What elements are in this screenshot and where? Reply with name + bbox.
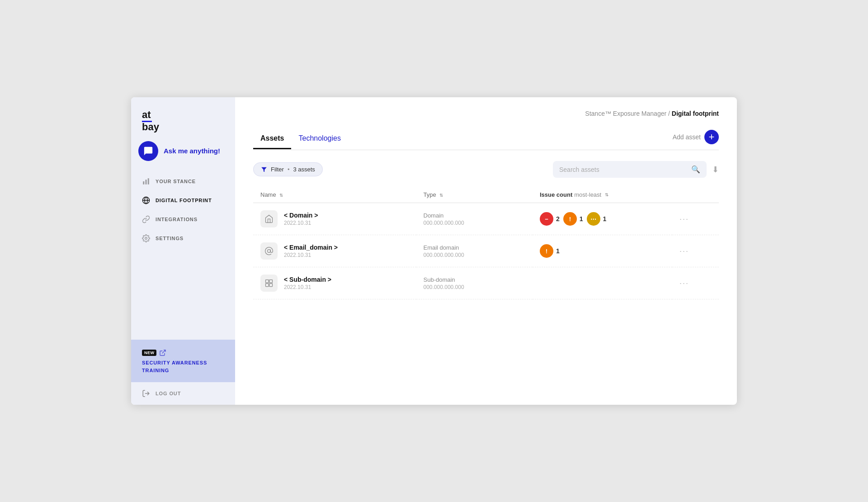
- domain-ip: 000.000.000.000: [424, 220, 526, 226]
- domain-more-button[interactable]: ···: [679, 214, 689, 223]
- svg-rect-0: [143, 181, 144, 185]
- subdomain-more-button[interactable]: ···: [679, 279, 689, 288]
- breadcrumb-current: Digital footprint: [672, 110, 719, 117]
- security-badge-row: NEW: [142, 349, 166, 356]
- subdomain-svg-icon: [264, 279, 274, 288]
- download-button[interactable]: ⬇: [712, 165, 719, 175]
- tabs-row: Assets Technologies Add asset +: [253, 130, 719, 150]
- svg-rect-11: [266, 284, 269, 287]
- issue-sort-icon[interactable]: ⇅: [605, 192, 609, 197]
- email-name: < Email_domain >: [284, 244, 338, 251]
- issue-red-count: 2: [556, 215, 560, 223]
- bar-chart-icon: [142, 177, 150, 185]
- sidebar-label-your-stance: YOUR STANCE: [156, 179, 196, 184]
- ask-me-label: Ask me anything!: [164, 147, 220, 156]
- issue-yellow-badge: ⋯: [587, 212, 600, 226]
- email-issue-count: 1: [556, 247, 560, 255]
- svg-point-9: [268, 250, 271, 253]
- globe-icon: [142, 196, 150, 204]
- svg-line-7: [162, 350, 165, 353]
- issue-orange-count: 1: [580, 215, 583, 223]
- subdomain-actions-cell: ···: [672, 267, 719, 299]
- email-more-button[interactable]: ···: [679, 246, 689, 256]
- col-header-type: Type ⇅: [416, 187, 533, 203]
- settings-icon: [142, 234, 150, 242]
- email-issues-cell: ! 1: [533, 235, 672, 267]
- svg-rect-10: [266, 280, 269, 283]
- subdomain-type: Sub-domain: [424, 276, 526, 283]
- subdomain-date: 2022.10.31: [284, 284, 331, 290]
- chat-icon: [143, 146, 153, 156]
- logout-button[interactable]: LOG OUT: [131, 382, 235, 405]
- subdomain-issues-cell: [533, 267, 672, 299]
- issue-orange-group: ! 1: [563, 212, 583, 226]
- table-row[interactable]: < Domain > 2022.10.31 Domain 000.000.000…: [253, 203, 719, 235]
- add-asset-button[interactable]: Add asset +: [673, 130, 719, 150]
- subdomain-name: < Sub-domain >: [284, 276, 331, 283]
- filter-search-row: Filter • 3 assets 🔍 ⬇: [253, 161, 719, 178]
- security-title: SECURITY AWARENESS TRAINING: [142, 359, 224, 374]
- logo: at bay: [131, 97, 235, 141]
- logout-icon: [142, 389, 150, 398]
- search-input[interactable]: [559, 166, 688, 173]
- svg-rect-12: [269, 280, 273, 283]
- sidebar-item-settings[interactable]: SETTINGS: [131, 229, 235, 248]
- tab-assets[interactable]: Assets: [253, 131, 291, 149]
- svg-point-6: [145, 237, 147, 240]
- sidebar-nav: YOUR STANCE DIGITAL FOOTPRINT INTEGRATIO…: [131, 172, 235, 405]
- add-asset-icon: +: [704, 130, 719, 144]
- filter-button[interactable]: Filter • 3 assets: [253, 162, 323, 176]
- email-date: 2022.10.31: [284, 252, 338, 258]
- logo-bay: bay: [142, 121, 159, 133]
- domain-name: < Domain >: [284, 212, 318, 219]
- email-badge-orange: !: [540, 244, 553, 258]
- tab-technologies[interactable]: Technologies: [291, 131, 348, 149]
- main-content: Stance™ Exposure Manager / Digital footp…: [235, 97, 737, 405]
- sidebar-item-your-stance[interactable]: YOUR STANCE: [131, 172, 235, 191]
- type-sort-icon[interactable]: ⇅: [439, 193, 443, 198]
- security-block[interactable]: NEW SECURITY AWARENESS TRAINING: [131, 340, 235, 382]
- svg-rect-13: [269, 284, 273, 287]
- sidebar-label-settings: SETTINGS: [156, 236, 184, 241]
- filter-icon: [261, 166, 267, 173]
- domain-icon: [260, 210, 278, 227]
- name-sort-icon[interactable]: ⇅: [279, 193, 283, 198]
- breadcrumb: Stance™ Exposure Manager / Digital footp…: [253, 110, 719, 117]
- search-icon: 🔍: [691, 165, 700, 174]
- table-row[interactable]: < Sub-domain > 2022.10.31 Sub-domain 000…: [253, 267, 719, 299]
- issue-red-badge: −: [540, 212, 553, 226]
- external-link-icon: [159, 349, 166, 356]
- search-box[interactable]: 🔍: [553, 161, 707, 178]
- issue-yellow-group: ⋯ 1: [587, 212, 607, 226]
- issue-yellow-count: 1: [603, 215, 607, 223]
- ask-me-block[interactable]: Ask me anything!: [138, 141, 228, 161]
- breadcrumb-prefix: Stance™ Exposure Manager: [585, 110, 666, 117]
- subdomain-type-cell: Sub-domain 000.000.000.000: [416, 267, 533, 299]
- email-type-cell: Email domain 000.000.000.000: [416, 235, 533, 267]
- assets-table: Name ⇅ Type ⇅ Issue count most-least ⇅: [253, 187, 719, 299]
- domain-actions-cell: ···: [672, 203, 719, 235]
- subdomain-icon: [260, 275, 278, 292]
- app-window: at bay Ask me anything! YOUR S: [131, 97, 737, 405]
- domain-issues-cell: − 2 ! 1 ⋯ 1: [533, 203, 672, 235]
- domain-type-cell: Domain 000.000.000.000: [416, 203, 533, 235]
- asset-name-cell-domain: < Domain > 2022.10.31: [253, 203, 416, 235]
- email-icon: [260, 242, 278, 260]
- filter-dot: •: [288, 166, 290, 173]
- table-row[interactable]: < Email_domain > 2022.10.31 Email domain…: [253, 235, 719, 267]
- filter-label: Filter: [271, 166, 284, 173]
- logout-label: LOG OUT: [156, 391, 181, 396]
- email-issue-orange: ! 1: [540, 244, 560, 258]
- domain-type: Domain: [424, 212, 526, 219]
- domain-date: 2022.10.31: [284, 220, 318, 226]
- filter-count: 3 assets: [293, 166, 315, 173]
- sidebar-item-integrations[interactable]: INTEGRATIONS: [131, 210, 235, 229]
- new-badge: NEW: [142, 350, 156, 356]
- issue-orange-badge: !: [563, 212, 577, 226]
- issue-red-group: − 2: [540, 212, 560, 226]
- right-controls: 🔍 ⬇: [553, 161, 719, 178]
- add-asset-label: Add asset: [673, 133, 701, 141]
- subdomain-name-cell: < Sub-domain > 2022.10.31: [253, 267, 416, 299]
- sidebar-item-digital-footprint[interactable]: DIGITAL FOOTPRINT: [131, 191, 235, 210]
- email-ip: 000.000.000.000: [424, 252, 526, 258]
